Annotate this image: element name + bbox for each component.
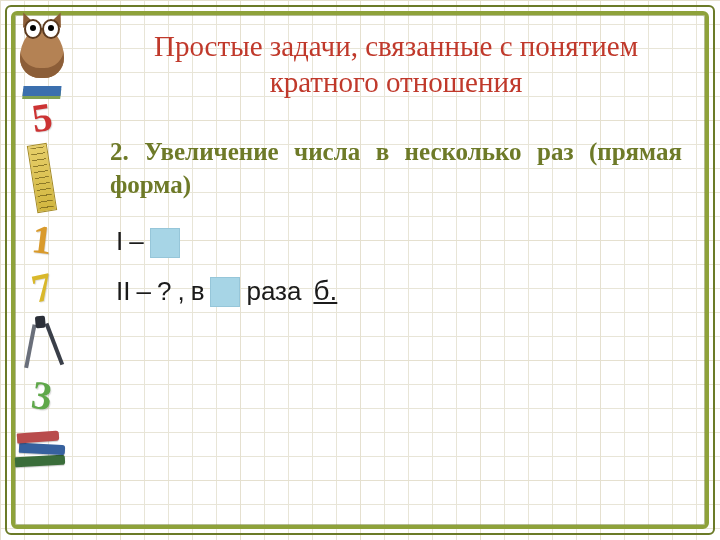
- task-subtitle: 2. Увеличение числа в несколько раз (пря…: [110, 135, 682, 203]
- line2-comma: ,: [177, 276, 184, 307]
- placeholder-box-2: [210, 277, 240, 307]
- line2-question: ?: [157, 276, 171, 307]
- page-title: Простые задачи, связанные с понятием кра…: [110, 28, 682, 101]
- slide: 5 1 7 3 Простые задачи, связанные с поня…: [0, 0, 720, 540]
- line1-dash: –: [129, 226, 143, 257]
- line1-label: I: [116, 226, 123, 257]
- line2-in: в: [191, 276, 205, 307]
- line2-label: II: [116, 276, 130, 307]
- line-2: II – ? , в раза б.: [116, 275, 682, 307]
- line2-times: раза: [246, 276, 301, 307]
- line-1: I–: [116, 226, 682, 257]
- line2-suffix: б.: [313, 275, 337, 307]
- placeholder-box-1: [150, 228, 180, 258]
- line2-dash: –: [136, 276, 150, 307]
- content: Простые задачи, связанные с понятием кра…: [110, 18, 682, 510]
